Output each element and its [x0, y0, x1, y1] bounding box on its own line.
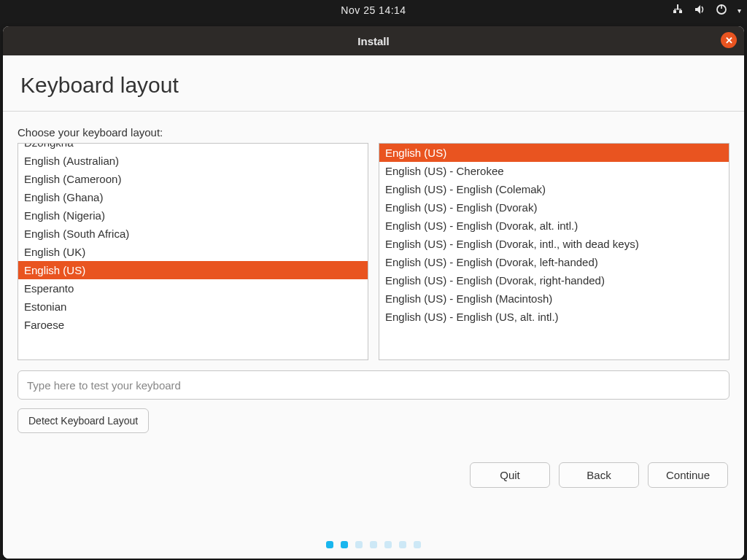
layout-item[interactable]: English (Australian) — [18, 152, 368, 170]
layout-lists: DzongkhaEnglish (Australian)English (Cam… — [18, 143, 729, 360]
layout-item[interactable]: Esperanto — [18, 279, 368, 298]
page-body: Choose your keyboard layout: DzongkhaEng… — [3, 112, 744, 559]
layout-list-right[interactable]: English (US)English (US) - CherokeeEngli… — [379, 143, 729, 360]
progress-dot — [341, 541, 348, 548]
layout-prompt: Choose your keyboard layout: — [18, 126, 729, 139]
variant-item[interactable]: English (US) - English (US, alt. intl.) — [379, 308, 729, 326]
progress-dot — [399, 541, 406, 548]
power-icon[interactable] — [716, 4, 727, 18]
progress-dot — [355, 541, 363, 548]
variant-item[interactable]: English (US) - English (Dvorak, intl., w… — [379, 235, 729, 253]
variant-item[interactable]: English (US) - English (Dvorak, alt. int… — [379, 217, 729, 235]
installer-window: Install ✕ Keyboard layout Choose your ke… — [3, 26, 744, 559]
layout-item[interactable]: English (UK) — [18, 243, 368, 261]
variant-item[interactable]: English (US) - English (Colemak) — [379, 180, 729, 198]
progress-dots — [18, 528, 729, 559]
layout-item[interactable]: Faroese — [18, 316, 368, 334]
layout-item[interactable]: English (South Africa) — [18, 225, 368, 243]
detect-layout-button[interactable]: Detect Keyboard Layout — [18, 408, 149, 433]
progress-dot — [370, 541, 377, 548]
keyboard-test-input[interactable] — [18, 370, 729, 400]
layout-item[interactable]: Dzongkha — [18, 143, 368, 152]
footer-buttons: Quit Back Continue — [18, 462, 729, 488]
progress-dot — [384, 541, 392, 548]
variant-item[interactable]: English (US) - Cherokee — [379, 162, 729, 180]
page-title: Keyboard layout — [20, 73, 727, 98]
variant-item[interactable]: English (US) - English (Dvorak, right-ha… — [379, 271, 729, 289]
clock: Nov 25 14:14 — [341, 4, 406, 16]
variant-item[interactable]: English (US) - English (Macintosh) — [379, 289, 729, 308]
continue-button[interactable]: Continue — [648, 462, 728, 488]
window-title: Install — [357, 35, 389, 47]
svg-rect-4 — [675, 9, 681, 9]
close-button[interactable]: ✕ — [721, 32, 737, 48]
titlebar: Install ✕ — [3, 26, 744, 55]
layout-list-left[interactable]: DzongkhaEnglish (Australian)English (Cam… — [18, 143, 368, 360]
page-header: Keyboard layout — [3, 55, 744, 111]
svg-rect-5 — [675, 9, 676, 11]
layout-item[interactable]: English (Cameroon) — [18, 170, 368, 188]
layout-item[interactable]: English (US) — [18, 261, 368, 279]
variant-item[interactable]: English (US) - English (Dvorak) — [379, 198, 729, 217]
network-icon[interactable] — [672, 4, 684, 18]
svg-rect-9 — [721, 4, 722, 9]
progress-dot — [326, 541, 333, 548]
close-icon: ✕ — [725, 35, 733, 46]
quit-button[interactable]: Quit — [470, 462, 550, 488]
progress-dot — [414, 541, 421, 548]
gnome-topbar: Nov 25 14:14 ▾ — [0, 0, 747, 20]
back-button[interactable]: Back — [559, 462, 639, 488]
chevron-down-icon[interactable]: ▾ — [738, 7, 741, 15]
layout-item[interactable]: English (Nigeria) — [18, 206, 368, 225]
layout-item[interactable]: Estonian — [18, 298, 368, 316]
volume-icon[interactable] — [694, 4, 705, 18]
content: Keyboard layout Choose your keyboard lay… — [3, 55, 744, 559]
system-tray[interactable]: ▾ — [672, 4, 741, 18]
svg-marker-7 — [695, 5, 700, 14]
layout-item[interactable]: English (Ghana) — [18, 188, 368, 206]
variant-item[interactable]: English (US) - English (Dvorak, left-han… — [379, 253, 729, 271]
variant-item[interactable]: English (US) — [379, 144, 729, 162]
svg-rect-6 — [681, 9, 681, 11]
